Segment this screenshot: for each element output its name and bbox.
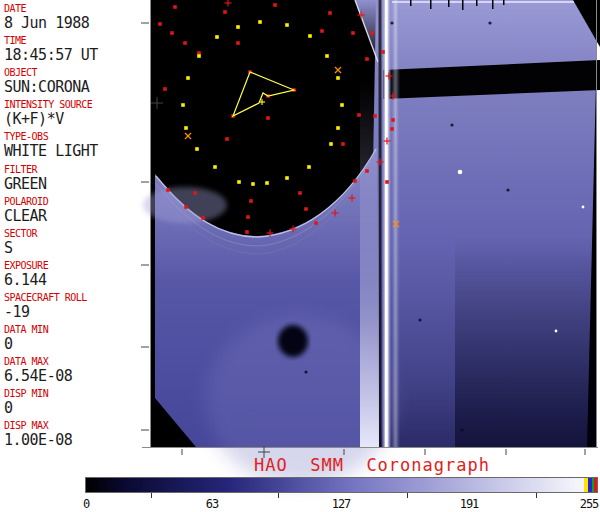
plot-title: HAO SMM Coronagraph: [250, 455, 494, 475]
streak-glow: [360, 80, 379, 447]
yellow-fiducial-dot: [213, 165, 217, 169]
yellow-fiducial-dot: [329, 142, 333, 146]
colorbar-end-stripes: [584, 478, 597, 492]
colorbar: [85, 477, 598, 493]
dark-blob-feature: [278, 325, 308, 357]
field-label: DISP MAX: [4, 420, 148, 431]
red-fiducial-dot: [166, 188, 170, 192]
metadata-field: TYPE-OBSWHITE LIGHT: [4, 131, 148, 159]
metadata-field: SECTORS: [4, 228, 148, 256]
red-fiducial-dot: [223, 10, 227, 14]
dark-speck: [488, 21, 491, 24]
colorbar-stripe: [594, 478, 597, 492]
red-fiducial-dot: [273, 3, 277, 7]
yellow-fiducial-dot: [236, 25, 240, 29]
red-fiducial-dot: [357, 113, 361, 117]
metadata-field: DISP MAX1.00E-08: [4, 420, 148, 448]
field-label: POLAROID: [4, 196, 148, 207]
field-value: CLEAR: [4, 208, 148, 224]
metadata-field: OBJECTSUN:CORONA: [4, 67, 148, 95]
red-fiducial-dot: [390, 127, 394, 131]
red-fiducial-dot: [173, 5, 177, 9]
field-value: GREEN: [4, 176, 148, 192]
red-fiducial-dot: [370, 31, 374, 35]
field-label: EXPOSURE: [4, 260, 148, 271]
red-fiducial-dot: [201, 216, 205, 220]
yellow-fiducial-dot: [308, 34, 312, 38]
field-label: DATA MIN: [4, 324, 148, 335]
field-label: DATA MAX: [4, 356, 148, 367]
plate-shadow: [455, 235, 597, 447]
field-label: OBJECT: [4, 67, 148, 78]
yellow-fiducial-dot: [237, 180, 241, 184]
colorbar-tick-label: 191: [447, 497, 491, 511]
field-value: S: [4, 240, 148, 256]
metadata-panel: DATE8 Jun 1988TIME18:45:57 UTOBJECTSUN:C…: [0, 0, 148, 460]
dark-speck: [304, 370, 307, 373]
metadata-field: INTENSITY SOURCE(K+F)*V: [4, 99, 148, 127]
field-value: 0: [4, 400, 148, 416]
dark-speck: [460, 428, 463, 431]
red-fiducial-dot: [365, 57, 369, 61]
red-fiducial-dot: [236, 41, 240, 45]
yellow-fiducial-dot: [285, 176, 289, 180]
dark-speck: [450, 123, 453, 126]
coronagraph-viewer-window: { "panel": { "fields": [ {"label":"DATE"…: [0, 0, 600, 512]
metadata-field: DISP MIN0: [4, 388, 148, 416]
metadata-field: DATE8 Jun 1988: [4, 3, 148, 31]
metadata-field: POLAROIDCLEAR: [4, 196, 148, 224]
red-fiducial-dot: [353, 179, 357, 183]
yellow-fiducial-dot: [336, 126, 340, 130]
red-fiducial-dot: [245, 230, 249, 234]
colorbar-tick-label: 255: [567, 497, 600, 511]
metadata-field: DATA MAX6.54E-08: [4, 356, 148, 384]
yellow-fiducial-dot: [184, 126, 188, 130]
red-fiducial-dot: [163, 87, 167, 91]
red-fiducial-dot: [385, 180, 389, 184]
dark-speck: [418, 318, 421, 321]
field-label: TYPE-OBS: [4, 131, 148, 142]
star-point: [555, 330, 558, 333]
metadata-field: TIME18:45:57 UT: [4, 35, 148, 63]
dark-speck: [506, 188, 509, 191]
field-value: WHITE LIGHT: [4, 143, 148, 159]
metadata-field: SPACECRAFT ROLL-19: [4, 292, 148, 320]
field-label: SPACECRAFT ROLL: [4, 292, 148, 303]
red-fiducial-dot: [266, 116, 270, 120]
red-fiducial-dot: [391, 118, 395, 122]
plate-top-edge: [392, 1, 574, 3]
red-fiducial-dot: [328, 11, 332, 15]
red-fiducial-dot: [246, 215, 250, 219]
yellow-fiducial-dot: [186, 76, 190, 80]
field-value: -19: [4, 304, 148, 320]
field-value: 8 Jun 1988: [4, 15, 148, 31]
colorbar-tick: [536, 493, 537, 498]
yellow-fiducial-dot: [265, 181, 269, 185]
yellow-fiducial-dot: [336, 76, 340, 80]
metadata-field: DATA MIN0: [4, 324, 148, 352]
field-value: 18:45:57 UT: [4, 47, 148, 63]
red-fiducial-dot: [320, 29, 324, 33]
red-fiducial-dot: [351, 31, 355, 35]
red-fiducial-dot: [304, 207, 308, 211]
red-fiducial-dot: [314, 221, 318, 225]
red-fiducial-dot: [365, 169, 369, 173]
edge-glow: [143, 187, 227, 223]
field-value: 1.00E-08: [4, 432, 148, 448]
red-fiducial-dot: [158, 22, 162, 26]
colorbar-tick-label: 0: [64, 497, 108, 511]
red-fiducial-dot: [298, 191, 302, 195]
red-fiducial-dot: [193, 191, 197, 195]
colorbar-tick-label: 127: [319, 497, 363, 511]
metadata-field: EXPOSURE6.144: [4, 260, 148, 288]
star-point: [458, 170, 463, 175]
field-label: INTENSITY SOURCE: [4, 99, 148, 110]
yellow-fiducial-dot: [197, 54, 201, 58]
bright-streak-core: [385, 0, 388, 447]
field-value: 6.144: [4, 272, 148, 288]
yellow-fiducial-dot: [195, 147, 199, 151]
field-label: DISP MIN: [4, 388, 148, 399]
red-fiducial-dot: [381, 50, 385, 54]
red-fiducial-dot: [225, 137, 229, 141]
yellow-fiducial-dot: [215, 35, 219, 39]
